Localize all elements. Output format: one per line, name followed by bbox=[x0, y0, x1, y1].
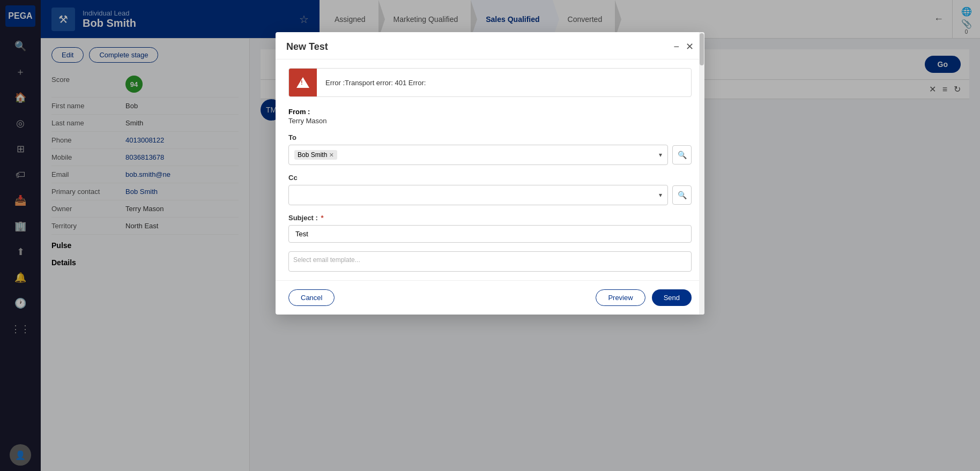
error-icon-box bbox=[289, 69, 317, 96]
cc-label: Cc bbox=[288, 174, 692, 182]
cc-select[interactable]: ▾ bbox=[288, 185, 668, 205]
to-dropdown-arrow[interactable]: ▾ bbox=[659, 151, 662, 159]
send-button[interactable]: Send bbox=[652, 289, 692, 306]
modal-header-actions: − ✕ bbox=[673, 41, 694, 53]
modal-footer-right: Preview Send bbox=[596, 289, 692, 306]
minimize-icon[interactable]: − bbox=[673, 41, 679, 53]
to-tag-remove[interactable]: × bbox=[329, 151, 333, 159]
close-modal-icon[interactable]: ✕ bbox=[686, 41, 694, 53]
error-triangle-icon bbox=[296, 77, 309, 88]
scrollbar-thumb bbox=[700, 33, 704, 65]
modal-body: Error :Transport error: 401 Error: From … bbox=[276, 59, 704, 280]
new-test-modal: New Test − ✕ Error :Transport error: 401… bbox=[276, 32, 704, 315]
modal-header: New Test − ✕ bbox=[276, 32, 704, 59]
modal-title: New Test bbox=[286, 41, 328, 53]
to-label: To bbox=[288, 133, 692, 141]
error-message: Error :Transport error: 401 Error: bbox=[317, 72, 434, 93]
subject-input[interactable] bbox=[288, 225, 692, 243]
to-search-button[interactable]: 🔍 bbox=[672, 145, 692, 165]
modal-footer: Cancel Preview Send bbox=[276, 280, 704, 315]
modal-overlay: New Test − ✕ Error :Transport error: 401… bbox=[0, 0, 980, 471]
from-value: Terry Mason bbox=[288, 117, 692, 125]
to-section: To Bob Smith × ▾ 🔍 bbox=[288, 133, 692, 165]
template-select-partial[interactable]: Select email template... bbox=[288, 251, 692, 272]
modal-scrollbar[interactable] bbox=[699, 32, 704, 315]
cc-search-button[interactable]: 🔍 bbox=[672, 185, 692, 205]
cc-field-row: ▾ 🔍 bbox=[288, 185, 692, 205]
preview-button[interactable]: Preview bbox=[596, 289, 645, 306]
required-indicator: * bbox=[321, 214, 324, 222]
subject-label: Subject : * bbox=[288, 214, 692, 222]
subject-section: Subject : * bbox=[288, 214, 692, 243]
cancel-button[interactable]: Cancel bbox=[288, 289, 335, 306]
cc-dropdown-arrow[interactable]: ▾ bbox=[659, 191, 662, 199]
cc-section: Cc ▾ 🔍 bbox=[288, 174, 692, 205]
from-label: From : bbox=[288, 108, 692, 116]
from-section: From : Terry Mason bbox=[288, 108, 692, 125]
to-field-row: Bob Smith × ▾ 🔍 bbox=[288, 145, 692, 165]
error-alert: Error :Transport error: 401 Error: bbox=[288, 68, 692, 97]
to-select[interactable]: Bob Smith × ▾ bbox=[288, 145, 668, 165]
to-tag: Bob Smith × bbox=[294, 150, 337, 160]
